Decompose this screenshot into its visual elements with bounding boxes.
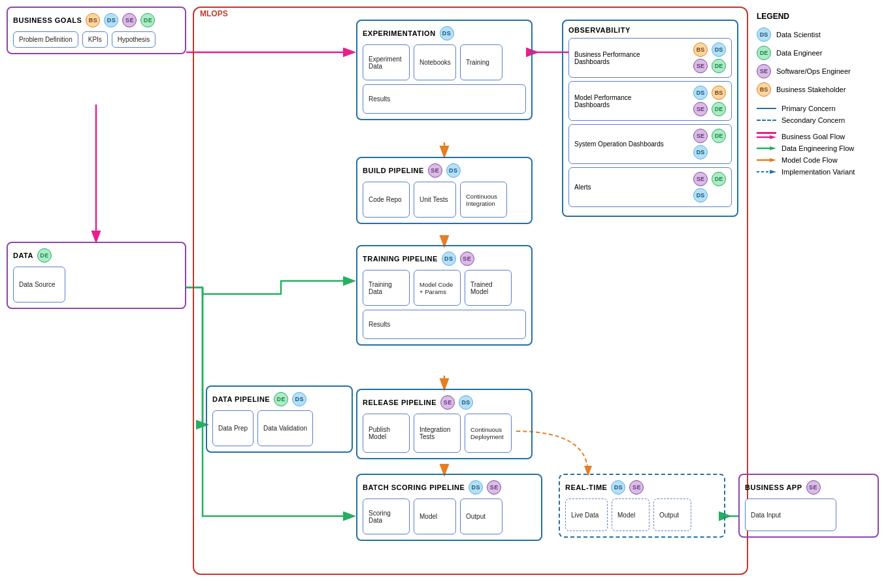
real-time-title: REAL-TIME DS SE <box>565 480 719 495</box>
notebooks-box: Notebooks <box>414 44 456 80</box>
legend-badge-de: DE <box>757 46 771 60</box>
legend-ds: DS Data Scientist <box>757 27 877 42</box>
batch-scoring-items: Scoring Data Model Output <box>363 498 536 534</box>
badge-se-ba: SE <box>806 480 821 495</box>
svg-marker-15 <box>770 158 776 162</box>
live-data-box: Live Data <box>565 498 608 531</box>
data-pipeline-title: DATA PIPELINE DE DS <box>212 392 346 406</box>
badge-ds-bs: DS <box>469 480 483 495</box>
badge-de-obs3: DE <box>712 129 726 143</box>
experimentation-title: EXPERIMENTATION DS <box>363 26 526 41</box>
badge-ds-dp: DS <box>292 392 306 406</box>
scoring-data-box: Scoring Data <box>363 498 410 534</box>
badge-bs-obs1: BS <box>693 42 708 57</box>
problem-definition-box: Problem Definition <box>13 31 78 48</box>
badge-se-obs2: SE <box>693 102 708 116</box>
continuous-integration-box: Continuous Integration <box>460 182 507 218</box>
badge-se-obs3: SE <box>693 129 708 143</box>
legend-primary-label: Primary Concern <box>781 105 836 112</box>
release-pipeline-section: RELEASE PIPELINE SE DS Publish Model Int… <box>356 389 533 459</box>
legend-green-arrow <box>757 145 776 152</box>
unit-tests-box: Unit Tests <box>414 182 456 218</box>
data-prep-box: Data Prep <box>212 410 254 446</box>
model-performance-panel: Model Performance Dashboards DS BS SE DE <box>568 81 732 121</box>
legend-label-bs: Business Stakeholder <box>776 86 846 93</box>
svg-marker-11 <box>770 135 776 139</box>
legend-label-ds: Data Scientist <box>776 31 821 39</box>
observability-title: OBSERVABILITY <box>568 26 732 34</box>
output-rt-box: Output <box>653 498 691 531</box>
business-app-title: BUSINESS APP SE <box>745 480 872 495</box>
kpis-box: KPIs <box>82 31 108 48</box>
legend-secondary: Secondary Concern <box>757 116 877 124</box>
legend-section: LEGEND DS Data Scientist DE Data Enginee… <box>751 7 882 181</box>
output-bs-box: Output <box>460 498 502 534</box>
training-pipeline-title: TRAINING PIPELINE DS SE <box>363 252 526 266</box>
integration-tests-box: Integration Tests <box>414 414 461 453</box>
legend-blue-dashed-arrow <box>757 169 776 175</box>
legend-badge-ds: DS <box>757 27 771 42</box>
badge-se-rp: SE <box>440 395 455 410</box>
legend-primary: Primary Concern <box>757 105 877 112</box>
legend-impl-variant: Implementation Variant <box>757 168 877 176</box>
system-operation-panel: System Operation Dashboards SE DE DS <box>568 124 732 164</box>
release-pipeline-items: Publish Model Integration Tests Continuo… <box>363 414 526 453</box>
legend-business-flow: Business Goal Flow <box>757 132 877 140</box>
legend-model-flow: Model Code Flow <box>757 156 877 164</box>
badge-bs: BS <box>86 13 100 27</box>
build-pipeline-section: BUILD PIPELINE SE DS Code Repo Unit Test… <box>356 157 533 224</box>
legend-magenta-arrow <box>757 132 776 140</box>
badge-de-obs4: DE <box>712 172 726 186</box>
legend-title: LEGEND <box>757 12 877 21</box>
continuous-deployment-box: Continuous Deployment <box>465 414 512 453</box>
data-source-box: Data Source <box>13 267 65 302</box>
observability-section: OBSERVABILITY Business Performance Dashb… <box>562 20 738 217</box>
badge-se-obs1: SE <box>693 59 708 73</box>
experimentation-row2: Results <box>363 84 526 114</box>
badge-se: SE <box>122 13 137 27</box>
badge-ds-obs1: DS <box>712 42 726 57</box>
badge-ds-bp: DS <box>446 163 461 178</box>
data-title: DATA DE <box>13 248 180 263</box>
training-pipeline-section: TRAINING PIPELINE DS SE Training Data Mo… <box>356 245 533 346</box>
svg-marker-17 <box>770 170 776 174</box>
legend-secondary-line <box>757 120 776 121</box>
build-pipeline-title: BUILD PIPELINE SE DS <box>363 163 526 178</box>
release-pipeline-title: RELEASE PIPELINE SE DS <box>363 395 526 410</box>
training-data-box: Training Data <box>363 270 410 306</box>
badge-bs-obs2: BS <box>712 86 726 100</box>
data-section: DATA DE Data Source <box>7 242 186 309</box>
data-items: Data Source <box>13 267 180 302</box>
badge-se-tp: SE <box>460 252 474 266</box>
badge-se-obs4: SE <box>693 172 708 186</box>
legend-secondary-label: Secondary Concern <box>781 116 845 124</box>
publish-model-box: Publish Model <box>363 414 410 453</box>
legend-se: SE Software/Ops Engineer <box>757 64 877 78</box>
legend-data-flow-label: Data Engineering Flow <box>781 144 854 152</box>
badge-se-bs: SE <box>487 480 501 495</box>
results-tp-box: Results <box>363 310 526 339</box>
training-pipeline-row1: Training Data Model Code + Params Traine… <box>363 270 526 306</box>
real-time-section: REAL-TIME DS SE Live Data Model Output <box>559 474 725 538</box>
business-performance-panel: Business Performance Dashboards BS DS SE… <box>568 38 732 78</box>
build-pipeline-items: Code Repo Unit Tests Continuous Integrat… <box>363 182 526 218</box>
experimentation-row1: Experiment Data Notebooks Training <box>363 44 526 80</box>
badge-de-dp: DE <box>274 392 288 406</box>
model-rt-box: Model <box>612 498 650 531</box>
business-app-items: Data Input <box>745 498 872 531</box>
svg-marker-13 <box>770 146 776 150</box>
legend-badge-bs: BS <box>757 82 771 97</box>
badge-ds: DS <box>104 13 118 27</box>
badge-ds-exp: DS <box>440 26 454 41</box>
badge-se-bp: SE <box>428 163 442 178</box>
legend-orange-arrow <box>757 157 776 163</box>
data-input-box: Data Input <box>745 498 836 531</box>
legend-label-de: Data Engineer <box>776 49 822 57</box>
badge-ds-rp: DS <box>459 395 473 410</box>
batch-scoring-title: BATCH SCORING PIPELINE DS SE <box>363 480 536 495</box>
model-bs-box: Model <box>414 498 456 534</box>
legend-de: DE Data Engineer <box>757 46 877 60</box>
data-validation-box: Data Validation <box>257 410 313 446</box>
badge-ds-tp: DS <box>442 252 456 266</box>
badge-ds-obs2: DS <box>693 86 708 100</box>
